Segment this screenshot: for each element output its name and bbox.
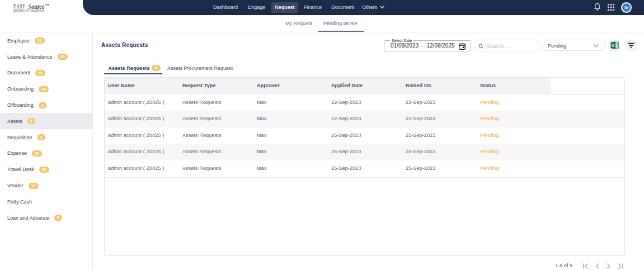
svg-text:X: X — [611, 43, 614, 48]
